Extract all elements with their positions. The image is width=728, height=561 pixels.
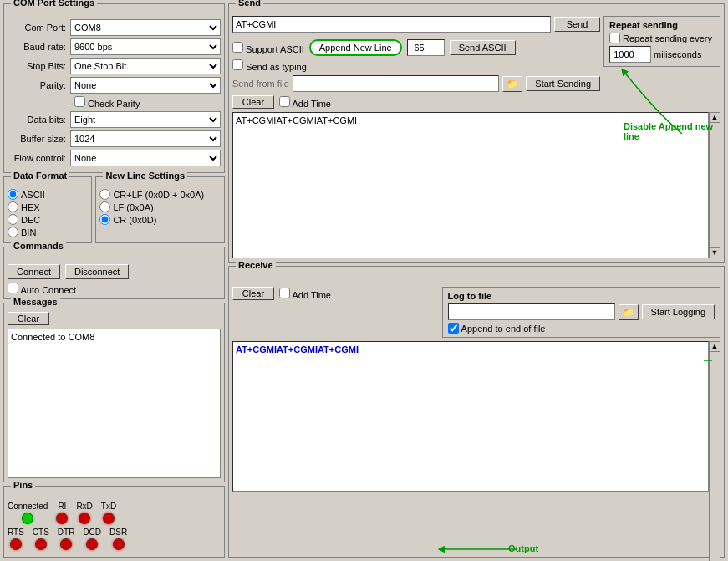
pin-rxd: RxD [76, 502, 92, 524]
newline-crlf-radio[interactable] [99, 189, 110, 200]
pin-dsr-led [113, 538, 125, 550]
pin-txd: TxD [101, 502, 116, 524]
repeat-sending-checkbox[interactable]: Repeat sending every [609, 33, 715, 43]
pin-dtr: DTR [58, 528, 75, 550]
send-title: Send [236, 0, 263, 8]
stop-bits-select[interactable]: One Stop Bit [70, 58, 221, 74]
buffer-size-select[interactable]: 1024 [70, 130, 221, 147]
pin-cts: CTS [33, 528, 49, 550]
pin-cts-led [35, 538, 47, 550]
pin-connected-led [22, 513, 33, 524]
send-ascii-button[interactable]: Send ASCII [450, 40, 516, 55]
receive-scrollbar[interactable]: ▲ ▼ [709, 341, 720, 561]
disconnect-button[interactable]: Disconnect [65, 264, 129, 279]
messages-area: Connected to COM8 [8, 329, 221, 478]
pins-title: Pins [11, 480, 35, 490]
baud-rate-label: Baud rate: [8, 42, 70, 52]
pin-rxd-led [79, 513, 90, 524]
send-file-browse-button[interactable]: 📁 [502, 76, 522, 92]
auto-connect-label: Auto Connect [20, 285, 76, 295]
receive-clear-button[interactable]: Clear [232, 287, 274, 300]
flow-control-label: Flow control: [8, 153, 70, 163]
newline-cr-radio[interactable] [99, 214, 110, 225]
commands-title: Commands [11, 241, 66, 251]
send-clear-button[interactable]: Clear [232, 95, 274, 109]
send-as-typing-label: Send as typing [246, 62, 307, 72]
pin-ri: RI [56, 502, 68, 524]
data-format-bin-radio[interactable] [8, 227, 18, 237]
pin-dtr-led [60, 538, 72, 550]
com-port-settings-title: COM Port Settings [11, 0, 97, 8]
data-format-hex-radio[interactable] [8, 201, 18, 212]
pin-dcd: DCD [83, 528, 101, 550]
newline-crlf-label: CR+LF (0x0D + 0x0A) [113, 190, 204, 200]
receive-textarea[interactable]: AT+CGMIAT+CGMIAT+CGMI [232, 341, 709, 492]
repeat-sending-label: Repeat sending every [623, 33, 712, 43]
data-bits-select[interactable]: Eight [70, 111, 221, 128]
newline-cr-label: CR (0x0D) [113, 215, 156, 225]
send-add-time-checkbox[interactable]: Add Time [279, 96, 331, 109]
data-format-dec-label: DEC [21, 215, 40, 225]
pin-dcd-led [86, 538, 98, 550]
data-format-dec-radio[interactable] [8, 214, 18, 225]
flow-control-select[interactable]: None [70, 150, 221, 166]
baud-rate-select[interactable]: 9600 bps [70, 38, 221, 55]
append-to-end-label: Append to end of file [461, 324, 546, 334]
messages-clear-button[interactable]: Clear [8, 312, 49, 325]
send-add-time-label: Add Time [292, 99, 330, 109]
data-format-ascii-label: ASCII [21, 190, 45, 200]
parity-select[interactable]: None [70, 77, 221, 94]
log-to-file-box: Log to file 📁 Start Logging Append to en… [442, 287, 720, 338]
ascii-number-input[interactable] [407, 39, 445, 56]
check-parity-checkbox[interactable]: Check Parity [74, 99, 140, 109]
receive-add-time-checkbox[interactable]: Add Time [279, 288, 331, 300]
repeat-unit-label: miliseconds [654, 49, 701, 59]
pin-connected: Connected [8, 502, 48, 524]
auto-connect-checkbox[interactable]: Auto Connect [8, 285, 76, 295]
log-file-input[interactable] [448, 303, 615, 320]
append-to-end-checkbox[interactable]: Append to end of file [448, 323, 715, 334]
buffer-size-label: Buffer size: [8, 134, 70, 144]
repeat-sending-title: Repeat sending [609, 20, 715, 30]
stop-bits-label: Stop Bits: [8, 61, 70, 71]
start-logging-button[interactable]: Start Logging [642, 304, 715, 319]
pin-ri-led [56, 513, 68, 524]
support-ascii-label: Support ASCII [246, 44, 304, 54]
send-as-typing-checkbox[interactable]: Send as typing [232, 59, 307, 72]
send-textarea[interactable]: AT+CGMIAT+CGMIAT+CGMI [232, 112, 709, 258]
connect-button[interactable]: Connect [8, 264, 60, 279]
newline-lf-label: LF (0x0A) [113, 202, 153, 212]
send-button[interactable]: Send [554, 17, 600, 32]
data-format-hex-label: HEX [21, 202, 40, 212]
log-to-file-title: Log to file [448, 291, 715, 301]
pin-rts-led [10, 538, 22, 550]
send-from-file-label: Send from file [232, 79, 289, 89]
pin-txd-led [103, 513, 115, 524]
append-new-line-button[interactable]: Append New Line [309, 39, 402, 56]
send-file-input[interactable] [293, 75, 499, 92]
repeat-sending-box: Repeat sending Repeat sending every mili… [603, 16, 720, 67]
repeat-interval-input[interactable] [609, 46, 651, 63]
pin-rts: RTS [8, 528, 24, 550]
com-port-label: Com Port: [8, 23, 70, 33]
support-ascii-checkbox[interactable]: Support ASCII [232, 42, 304, 54]
parity-label: Parity: [8, 80, 70, 90]
receive-add-time-label: Add Time [292, 290, 330, 300]
receive-title: Receive [236, 260, 276, 270]
send-input[interactable] [232, 16, 551, 33]
pin-dsr: DSR [109, 528, 127, 550]
new-line-settings-title: New Line Settings [103, 171, 187, 181]
data-format-title: Data Format [11, 171, 69, 181]
log-file-browse-button[interactable]: 📁 [619, 304, 639, 320]
start-sending-button[interactable]: Start Sending [526, 76, 600, 91]
newline-lf-radio[interactable] [99, 201, 110, 212]
data-format-bin-label: BIN [21, 227, 36, 237]
send-scrollbar[interactable]: ▲ ▼ [709, 112, 720, 258]
com-port-select[interactable]: COM8 [70, 19, 221, 36]
data-format-ascii-radio[interactable] [8, 189, 18, 200]
messages-title: Messages [11, 297, 60, 307]
data-bits-label: Data bits: [8, 115, 70, 125]
